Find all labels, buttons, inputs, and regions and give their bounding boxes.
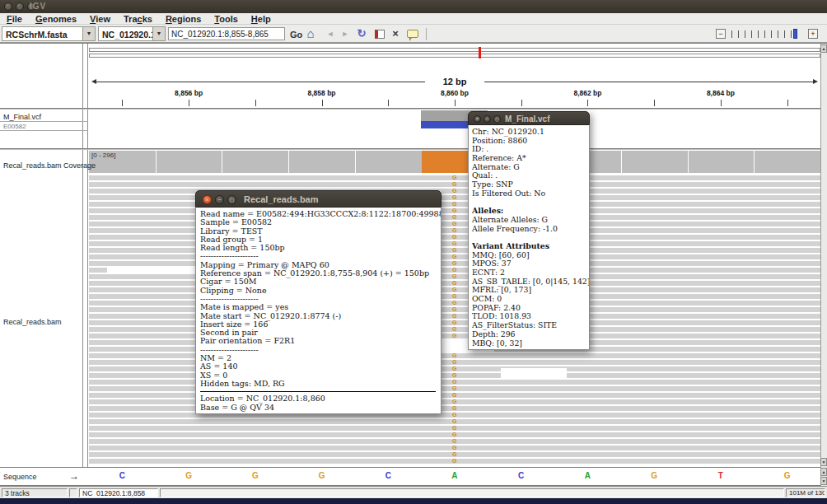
track-label-sequence[interactable]: Sequence bbox=[3, 473, 37, 481]
read-row[interactable]: G bbox=[89, 426, 820, 431]
back-icon[interactable]: ◄ bbox=[323, 27, 338, 41]
maximize-icon[interactable]: ▢ bbox=[493, 115, 501, 123]
zoom-slider-tick[interactable] bbox=[791, 30, 792, 38]
home-icon[interactable]: ⌂ bbox=[303, 27, 318, 40]
mismatch-base: G bbox=[452, 386, 456, 391]
genome-select[interactable]: RCSchrM.fasta ▼ bbox=[2, 26, 96, 41]
read-row[interactable]: G bbox=[89, 175, 820, 180]
ruler-tick bbox=[255, 100, 256, 106]
read-row[interactable]: G bbox=[89, 452, 820, 457]
sequence-base: G bbox=[314, 471, 330, 480]
read-row[interactable]: G bbox=[89, 419, 820, 424]
ruler-tick-label: 8,864 bp bbox=[696, 89, 745, 97]
zoom-slider-tick[interactable] bbox=[764, 30, 765, 38]
chromosome-ideogram-top[interactable] bbox=[89, 48, 820, 52]
close-icon[interactable]: × bbox=[203, 195, 212, 204]
variant-info-title: M_Final.vcf bbox=[505, 114, 549, 124]
sequence-base: G bbox=[779, 471, 796, 480]
track-label-vcf[interactable]: M_Final.vcf bbox=[3, 113, 41, 121]
vertical-scrollbar[interactable] bbox=[820, 44, 827, 486]
ruler-tick bbox=[587, 100, 588, 106]
scroll-down-icon[interactable]: ▼ bbox=[820, 477, 827, 485]
mismatch-base: G bbox=[452, 294, 456, 299]
menu-tracks[interactable]: Tracks bbox=[117, 14, 159, 24]
sequence-base: G bbox=[180, 471, 197, 480]
window-titlebar[interactable]: IGV bbox=[0, 0, 827, 13]
read-row[interactable]: G bbox=[89, 182, 820, 187]
menu-file[interactable]: File bbox=[0, 14, 29, 24]
zoom-slider-tick[interactable] bbox=[751, 30, 752, 38]
sequence-strand-arrow-icon[interactable]: → bbox=[69, 470, 79, 482]
menu-tools[interactable]: Tools bbox=[208, 14, 245, 24]
mismatch-base: G bbox=[452, 189, 456, 194]
mismatch-base: G bbox=[452, 307, 456, 312]
mismatch-base: G bbox=[452, 228, 456, 233]
chromosome-select[interactable]: NC_012920.1 ▼ bbox=[98, 26, 166, 41]
scroll-down-icon[interactable]: ▼ bbox=[820, 458, 827, 466]
read-row[interactable]: G bbox=[89, 459, 820, 464]
menu-help[interactable]: Help bbox=[245, 14, 278, 24]
variant-info-titlebar[interactable]: × − ▢ M_Final.vcf bbox=[468, 111, 590, 125]
mismatch-base: G bbox=[452, 287, 456, 292]
popup-line: Is Filtered Out: No bbox=[472, 189, 589, 198]
menu-genomes[interactable]: Genomes bbox=[29, 14, 83, 24]
mismatch-base: G bbox=[452, 222, 456, 226]
ruler-tick bbox=[654, 100, 655, 106]
zoom-slider-tick[interactable] bbox=[784, 30, 785, 38]
zoom-slider-tick[interactable] bbox=[778, 30, 778, 38]
read-row[interactable]: G bbox=[89, 439, 820, 444]
chevron-down-icon[interactable]: ▼ bbox=[82, 27, 95, 40]
track-label-coverage[interactable]: Recal_reads.bam Coverage bbox=[3, 161, 96, 170]
zoom-slider-thumb[interactable] bbox=[793, 29, 797, 39]
ruler-span-line-left bbox=[96, 82, 425, 82]
refresh-icon[interactable]: ↻ bbox=[354, 27, 369, 40]
zoom-slider-tick[interactable] bbox=[731, 30, 732, 38]
track-label-vcf-sample[interactable]: E00582 bbox=[3, 123, 26, 130]
zoom-in-button[interactable]: + bbox=[808, 29, 818, 39]
minimize-icon[interactable]: − bbox=[215, 195, 224, 204]
define-region-icon[interactable] bbox=[375, 30, 385, 39]
read-row[interactable]: G bbox=[89, 432, 820, 437]
menu-view[interactable]: View bbox=[83, 14, 117, 24]
panel-divider bbox=[0, 43, 827, 44]
forward-icon[interactable]: ► bbox=[338, 27, 353, 41]
mismatch-base: G bbox=[452, 281, 456, 286]
coverage-base-separator bbox=[688, 151, 689, 173]
zoom-slider-tick[interactable] bbox=[745, 30, 745, 38]
maximize-icon[interactable]: ▢ bbox=[227, 195, 236, 204]
locus-input[interactable] bbox=[168, 27, 285, 40]
coverage-base-separator bbox=[288, 151, 289, 173]
zoom-out-button[interactable]: − bbox=[716, 29, 726, 39]
sequence-base: C bbox=[380, 471, 396, 480]
chromosome-ideogram-bottom[interactable] bbox=[89, 54, 820, 58]
minimize-icon[interactable]: − bbox=[484, 115, 491, 123]
go-button[interactable]: Go bbox=[290, 30, 302, 40]
sequence-base: A bbox=[579, 471, 596, 480]
mismatch-base: G bbox=[452, 254, 456, 259]
menu-regions[interactable]: Regions bbox=[159, 14, 208, 24]
zoom-slider-tick[interactable] bbox=[758, 30, 759, 38]
chevron-down-icon[interactable]: ▼ bbox=[152, 27, 165, 40]
read-row[interactable]: G bbox=[89, 446, 820, 450]
scroll-up-icon[interactable]: ▲ bbox=[820, 468, 827, 476]
sequence-base: C bbox=[513, 471, 530, 480]
zoom-slider-tick[interactable] bbox=[738, 30, 739, 38]
read-info-body: Read name = E00582:494:HG33CCCX2:8:1122:… bbox=[195, 208, 442, 414]
variant-info-window[interactable]: × − ▢ M_Final.vcf Chr: NC_012920.1Positi… bbox=[468, 111, 590, 350]
ruler-tick bbox=[322, 100, 323, 106]
zoom-slider-tick[interactable] bbox=[771, 30, 772, 38]
window-close-icon[interactable] bbox=[4, 2, 12, 11]
close-icon[interactable]: × bbox=[474, 115, 481, 123]
toolbar-separator bbox=[426, 28, 427, 40]
tooltip-bubble-icon[interactable] bbox=[407, 30, 418, 38]
read-info-window[interactable]: × − ▢ Recal_reads.bam Read name = E00582… bbox=[195, 190, 442, 414]
genome-select-value: RCSchrM.fasta bbox=[6, 30, 68, 40]
window-minimize-icon[interactable] bbox=[16, 2, 24, 11]
scroll-up-icon[interactable]: ▲ bbox=[820, 44, 827, 53]
status-message-area bbox=[160, 488, 784, 497]
read-info-titlebar[interactable]: × − ▢ Recal_reads.bam bbox=[195, 190, 442, 208]
coverage-range-label: [0 - 296] bbox=[91, 152, 115, 159]
remove-icon[interactable]: × bbox=[388, 27, 403, 40]
track-label-alignment[interactable]: Recal_reads.bam bbox=[3, 318, 62, 326]
ruler-tick bbox=[521, 100, 522, 106]
